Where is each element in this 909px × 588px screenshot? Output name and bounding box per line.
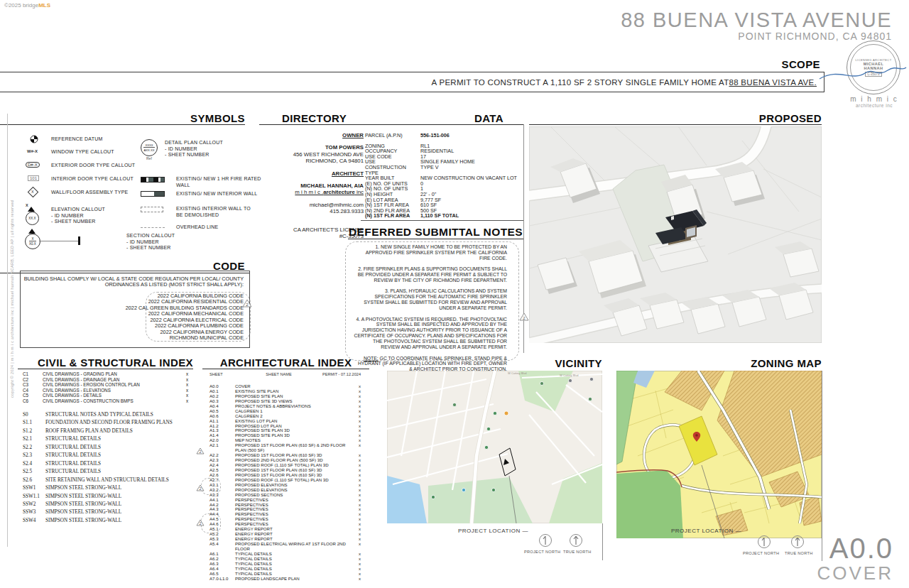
sheet-id: C5 (23, 393, 43, 398)
scope-heading: SCOPE (781, 58, 820, 70)
scope-address: 88 BUENA VISTA AVE. (729, 78, 817, 87)
sheet-name: CIVIL DRAWINGS - DETAILS (43, 393, 186, 398)
data-bottom-rule (361, 220, 523, 221)
wall-assembly-tag: X (31, 190, 34, 194)
structural-row: S1.2 ROOF FRAMING PLAN AND DETAILS (23, 428, 193, 435)
sheet-name: STRUCTURAL NOTES AND TYPICAL DETAILS (45, 411, 153, 419)
sheet-id: C3 (23, 382, 43, 388)
arch-row: A0.0 COVER x (209, 384, 361, 389)
proposed-heading: PROPOSED (759, 112, 822, 124)
civil-index-rule (18, 369, 193, 369)
owner-address-2: RICHMOND, CA 94801 (261, 158, 364, 164)
deferred-note: 3. PLANS, HYDRAULIC CALCULATIONS AND SYS… (354, 288, 507, 311)
civil-row: C3 CIVIL DRAWINGS - EROSION CONTROL PLAN… (23, 382, 193, 388)
revision-2-marker: 2 (242, 299, 252, 307)
sheet-name: SIMPSON STEEL STRONG-WALL (45, 501, 121, 508)
architect-label: ARCHITECT (261, 170, 364, 177)
firm-bold: architecture (323, 189, 355, 195)
sheet-name: STRUCTURAL DETAILS (45, 460, 101, 468)
arch-index-heading: ARCHITECTURAL INDEX (202, 356, 369, 369)
section-callout-icon: X X0.X (25, 234, 40, 249)
demo-label-1: EXISTING INTERIOR WALL TO (176, 206, 251, 212)
firm-suffix: inc (355, 189, 364, 195)
section-label-3: - SHEET NUMBER (126, 245, 175, 251)
sheet-name: STRUCTURAL DETAILS (45, 452, 101, 459)
arch-row: A5.4 PROPOSED ELECTRICAL WIRING AT 1ST F… (209, 542, 361, 552)
overhead-line-icon (141, 227, 165, 228)
project-north-icon (756, 534, 772, 550)
sheet-name: CIVIL DRAWINGS - DRAINAGE PLAN (43, 377, 186, 383)
arch-row: A0.1 EXISTING SITE PLAN x (209, 389, 361, 394)
sheet-name: CIVIL DRAWINGS - GRADING PLAN (43, 371, 186, 377)
svg-text:2: 2 (199, 521, 201, 526)
structural-row: S0 STRUCTURAL NOTES AND TYPICAL DETAILS (23, 411, 193, 419)
civil-row: C2 CIVIL DRAWINGS - DRAINAGE PLAN x (23, 377, 193, 383)
data-heading: DATA (454, 112, 523, 124)
firm-prefix: m i h m i c . (295, 189, 323, 195)
arch-row: A6.2 TYPICAL DETAILS x (209, 557, 361, 562)
code-revision-cloud (146, 292, 251, 342)
firm-name-block: m i h m i c architecture inc (842, 95, 906, 108)
interior-wall-label: EXISTING/ NEW INTERIOR WALL (176, 191, 257, 197)
elevation-callout-icon: XX.X (26, 212, 39, 225)
sheet-mark: x (355, 577, 361, 582)
code-intro: BUILDING SHALL COMPLY W/ LOCAL & STATE C… (21, 276, 244, 288)
civil-row: C1 CIVIL DRAWINGS - GRADING PLAN x (23, 371, 193, 377)
detail-callout-icon: XXXX AXX.XX (141, 139, 158, 156)
true-north-icon (568, 533, 584, 548)
sheet-mark: x (186, 382, 193, 388)
deferred-note: 1. NEW SINGLE FAMILY HOME TO BE PROTECTE… (354, 244, 507, 261)
data-value: 556-151-006 (420, 133, 523, 138)
sheet-id: SSW2 (23, 501, 45, 508)
deferred-note: 2. FIRE SPRINKLER PLANS & SUPPORTING DOC… (354, 266, 507, 283)
section-callout-tick (78, 236, 80, 245)
demo-label-2: BE DEMOLISHED (176, 212, 251, 219)
demolished-wall-icon (141, 207, 163, 212)
vicinity-project-location-label: PROJECT LOCATION — (458, 528, 528, 534)
sheet-mark: x (355, 443, 361, 453)
data-row: (N) 1ST FLR AREA 1,110 SF TOTAL (365, 213, 523, 219)
owner-name: TOM POWERS (261, 144, 364, 151)
data-label: CONSTRUCTION TYPE (365, 165, 420, 175)
sheet-mark: x (355, 542, 361, 552)
arch-row: A0.6 CALGREEN 2 x (209, 414, 361, 419)
civil-row: C5 CIVIL DRAWINGS - DETAILS x (23, 393, 193, 398)
arch-row: A4.6 PERSPECTIVES x (209, 522, 361, 527)
data-label: (N) 1ST FLR AREA (365, 213, 420, 219)
fire-rated-wall-icon (141, 177, 165, 183)
arch-row: A4.4 PERSPECTIVES x (209, 512, 361, 517)
structural-row: S2.2 STRUCTURAL DETAILS (23, 444, 193, 452)
sheet-name: STRUCTURAL DETAILS (45, 435, 101, 443)
arch-row: A4.2 PERSPECTIVES x (209, 503, 361, 508)
sheet-name: ROOF FRAMING PLAN AND DETAILS (45, 428, 133, 435)
sheet-id: C1 (23, 371, 43, 377)
vicinity-heading: VICINITY (426, 357, 602, 369)
civil-index-table: C1 CIVIL DRAWINGS - GRADING PLAN x C2 CI… (23, 371, 193, 404)
data-value: RESIDENTIAL (420, 148, 523, 154)
window-callout-icon: W#-X (27, 149, 38, 153)
data-value: 0 (420, 181, 523, 187)
detail-callout-label: DETAIL PLAN CALLOUT - ID NUMBER - SHEET … (165, 140, 223, 158)
data-label: PARCEL (A.P.N) (365, 133, 420, 138)
structural-row: S2.3 STRUCTURAL DETAILS (23, 452, 193, 459)
sheet-id: S1.2 (23, 428, 45, 435)
arch-index-header: SHEET SHEET NAME PERMIT - 07.12.2024 (209, 372, 361, 376)
proposed-rule (529, 124, 822, 125)
elevation-label-3: - SHEET NUMBER (51, 219, 105, 225)
ref-datum-label: REFERENCE DATUM (51, 136, 102, 143)
sheet-mark: x (186, 377, 193, 383)
deferred-rule (348, 239, 523, 239)
street-label-2: W Cutting Blvd (508, 371, 526, 375)
sheet-id: SSW4 (23, 517, 45, 525)
sheet-id: SSW1.1 (23, 493, 45, 501)
svg-text:2: 2 (199, 450, 201, 454)
elevation-callout-sheet: XX.X (28, 217, 36, 220)
arch-index-rule (202, 369, 369, 369)
zoning-heading: ZONING MAP (639, 357, 822, 369)
sheet-name: SIMPSON STEEL STRONG-WALL (45, 517, 121, 525)
sheet-number: A0.0 (829, 533, 893, 565)
sheet-id: S2.5 (23, 468, 45, 476)
architect-email: michael@mihmic.com (261, 202, 364, 208)
sheet-id: C4 (23, 388, 43, 393)
reference-datum-icon (30, 135, 38, 143)
